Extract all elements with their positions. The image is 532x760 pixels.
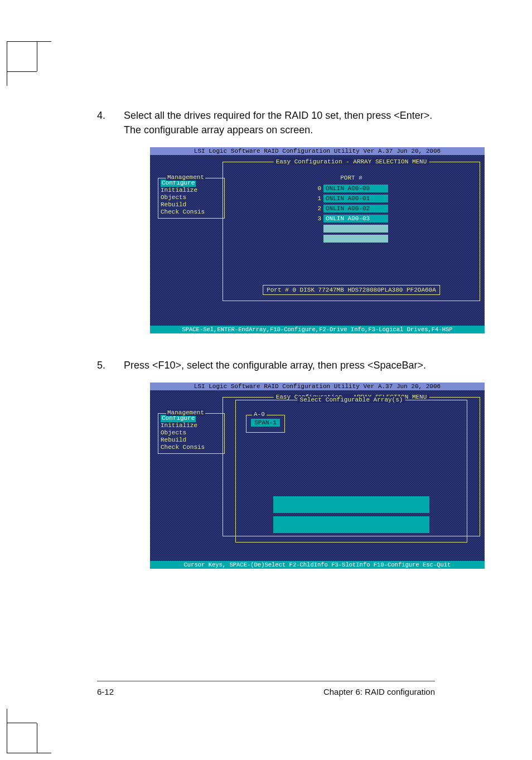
span-label: SPAN-1 [251, 419, 280, 427]
chapter-label: Chapter 6: RAID configuration [323, 687, 435, 696]
drive-label: ONLIN A00-01 [323, 195, 388, 202]
bios-titlebar: LSI Logic Software RAID Configuration Ut… [150, 147, 485, 155]
port-header: PORT # [223, 175, 480, 181]
page-number: 6-12 [97, 687, 114, 696]
drive-row[interactable]: 2 ONLIN A00-02 [223, 205, 480, 212]
drive-index: 2 [315, 205, 321, 212]
port-info: Port # 0 DISK 77247MB HDS728080PLA380 PF… [263, 285, 440, 295]
drive-row[interactable]: 3 ONLIN A00-03 [223, 215, 480, 222]
step-text: Select all the drives required for the R… [124, 108, 435, 137]
crop-mark-bottom-left [7, 692, 68, 753]
menu-initialize[interactable]: Initialize [161, 422, 222, 429]
info-panes [273, 496, 429, 536]
span-box[interactable]: A-0 SPAN-1 [246, 415, 285, 433]
step-number: 5. [97, 358, 108, 372]
step-5: 5. Press <F10>, select the configurable … [97, 358, 435, 372]
drive-row-empty [223, 235, 480, 243]
crop-mark-top-left [7, 41, 68, 103]
bios-keybar: SPACE-Sel,ENTER-EndArray,F10-Configure,F… [150, 326, 485, 333]
menu-check-consis[interactable]: Check Consis [161, 444, 222, 451]
drive-label: ONLIN A00-02 [323, 205, 388, 212]
menu-objects[interactable]: Objects [161, 194, 222, 201]
management-menu: Management Configure Initialize Objects … [158, 413, 225, 454]
array-group-label: A-0 [252, 411, 267, 418]
select-configurable-title: Select Configurable Array(s) [298, 396, 405, 403]
array-selection-title: Easy Configuration - ARRAY SELECTION MEN… [274, 158, 429, 165]
drive-index: 0 [315, 185, 321, 192]
drive-label: ONLIN A00-00 [323, 185, 388, 192]
management-title: Management [166, 174, 205, 181]
menu-rebuild[interactable]: Rebuild [161, 201, 222, 209]
array-selection-panel: Easy Configuration - ARRAY SELECTION MEN… [223, 397, 480, 536]
management-title: Management [166, 409, 205, 416]
step-text: Press <F10>, select the configurable arr… [124, 358, 435, 372]
step-number: 4. [97, 108, 108, 137]
menu-check-consis[interactable]: Check Consis [161, 209, 222, 216]
page-content: 4. Select all the drives required for th… [61, 41, 471, 719]
page-footer: 6-12 Chapter 6: RAID configuration [97, 681, 435, 696]
info-pane [273, 496, 429, 513]
bios-keybar: Cursor Keys, SPACE-(De)Select F2-ChldInf… [150, 561, 485, 569]
drive-label: ONLIN A00-03 [323, 215, 388, 222]
drive-list: 0 ONLIN A00-00 1 ONLIN A00-01 2 ONLIN A0… [223, 185, 480, 243]
drive-index: 1 [315, 195, 321, 202]
drive-index: 3 [315, 215, 321, 222]
menu-objects[interactable]: Objects [161, 429, 222, 437]
drive-row-empty [223, 225, 480, 233]
menu-initialize[interactable]: Initialize [161, 187, 222, 194]
drive-row[interactable]: 1 ONLIN A00-01 [223, 195, 480, 202]
bios-screenshot-1: LSI Logic Software RAID Configuration Ut… [150, 147, 485, 333]
management-menu: Management Configure Initialize Objects … [158, 178, 225, 219]
menu-rebuild[interactable]: Rebuild [161, 437, 222, 444]
array-selection-panel: Easy Configuration - ARRAY SELECTION MEN… [223, 162, 480, 301]
bios-titlebar: LSI Logic Software RAID Configuration Ut… [150, 383, 485, 390]
drive-row[interactable]: 0 ONLIN A00-00 [223, 185, 480, 192]
info-pane [273, 516, 429, 533]
select-configurable-panel: Select Configurable Array(s) A-0 SPAN-1 [235, 400, 467, 543]
bios-screenshot-2: LSI Logic Software RAID Configuration Ut… [150, 383, 485, 569]
step-4: 4. Select all the drives required for th… [97, 108, 435, 137]
